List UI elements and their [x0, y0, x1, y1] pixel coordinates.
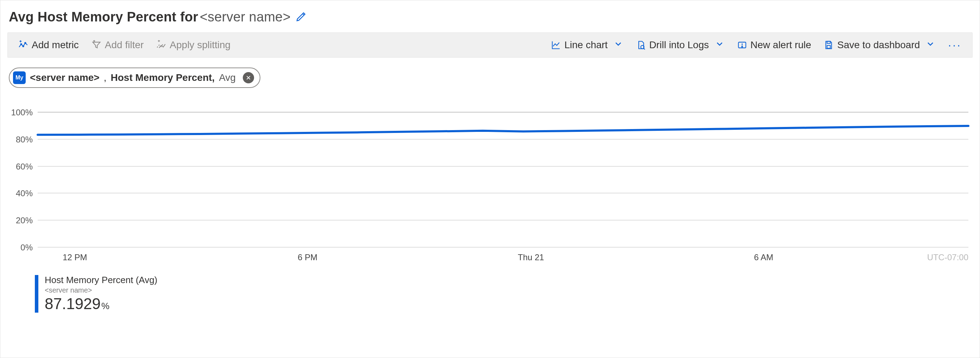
- legend-metric: Host Memory Percent (Avg): [45, 275, 157, 285]
- x-tick-label: 6 PM: [298, 252, 317, 262]
- svg-point-5: [741, 46, 743, 47]
- add-filter-label: Add filter: [105, 40, 144, 51]
- x-tick-label: Thu 21: [518, 252, 544, 262]
- svg-point-0: [21, 44, 22, 45]
- pencil-icon[interactable]: [296, 11, 307, 24]
- metric-pill-comma: ,: [104, 72, 107, 83]
- alert-icon: [737, 40, 747, 50]
- metric-pill-aggregation: Avg: [219, 72, 236, 83]
- new-alert-label: New alert rule: [751, 40, 811, 51]
- line-chart-icon: [551, 40, 561, 50]
- legend: Host Memory Percent (Avg) <server name> …: [35, 275, 973, 313]
- legend-color-bar: [35, 275, 38, 313]
- svg-rect-7: [827, 45, 830, 48]
- legend-body: Host Memory Percent (Avg) <server name> …: [45, 275, 157, 313]
- chart-title-prefix: Avg Host Memory Percent for: [9, 10, 198, 24]
- chart-title: Avg Host Memory Percent for <server name…: [9, 10, 291, 25]
- add-metric-label: Add metric: [32, 40, 79, 51]
- split-icon: [156, 40, 166, 50]
- save-to-dashboard-dropdown[interactable]: Save to dashboard: [818, 35, 942, 55]
- svg-point-2: [25, 43, 26, 44]
- svg-rect-6: [827, 41, 830, 44]
- svg-point-1: [22, 46, 24, 47]
- y-tick-label: 40%: [16, 189, 38, 198]
- timezone-label: UTC-07:00: [927, 252, 968, 262]
- chart-type-label: Line chart: [565, 40, 608, 51]
- y-tick-label: 0%: [21, 242, 38, 252]
- add-metric-icon: [18, 40, 28, 50]
- chart-type-dropdown[interactable]: Line chart: [545, 35, 630, 55]
- y-tick-label: 100%: [11, 108, 38, 117]
- new-alert-rule-button[interactable]: New alert rule: [731, 36, 818, 54]
- metric-pill-row: My <server name> , Host Memory Percent, …: [7, 58, 973, 91]
- chart-title-row: Avg Host Memory Percent for <server name…: [7, 7, 973, 32]
- apply-splitting-button[interactable]: Apply splitting: [150, 36, 237, 54]
- legend-value: 87.1929%: [45, 295, 157, 313]
- chevron-down-icon: [715, 39, 724, 51]
- save-dashboard-label: Save to dashboard: [837, 40, 920, 51]
- series-layer: [38, 112, 968, 247]
- drill-logs-label: Drill into Logs: [649, 40, 709, 51]
- metric-pill[interactable]: My <server name> , Host Memory Percent, …: [9, 68, 260, 88]
- legend-value-number: 87.1929: [45, 295, 101, 312]
- more-icon: ···: [948, 39, 962, 52]
- more-menu-button[interactable]: ···: [942, 35, 968, 55]
- chart-toolbar: Add metric Add filter Apply splitting: [7, 32, 973, 58]
- metric-pill-metric: Host Memory Percent,: [111, 72, 215, 83]
- apply-splitting-label: Apply splitting: [170, 40, 231, 51]
- logs-icon: [636, 40, 646, 50]
- chevron-down-icon: [613, 39, 623, 51]
- x-tick-label: 6 AM: [754, 252, 773, 262]
- y-tick-label: 60%: [16, 162, 38, 172]
- chart-title-server: <server name>: [200, 10, 291, 24]
- chevron-down-icon: [926, 39, 935, 51]
- y-tick-label: 20%: [16, 215, 38, 225]
- drill-logs-dropdown[interactable]: Drill into Logs: [630, 35, 731, 55]
- add-metric-button[interactable]: Add metric: [12, 36, 85, 54]
- save-icon: [824, 40, 834, 50]
- chart-plot[interactable]: 100%80%60%40%20%0%: [38, 112, 968, 247]
- x-tick-label: 12 PM: [63, 252, 87, 262]
- filter-icon: [91, 40, 101, 50]
- chart-area: 100%80%60%40%20%0% UTC-07:00 12 PM6 PMTh…: [12, 112, 968, 267]
- legend-value-unit: %: [101, 301, 110, 311]
- x-axis: UTC-07:00 12 PM6 PMThu 216 AM: [38, 247, 968, 267]
- y-tick-label: 80%: [16, 135, 38, 144]
- mysql-resource-icon: My: [13, 71, 26, 84]
- metric-pill-server: <server name>: [30, 72, 100, 83]
- legend-server: <server name>: [45, 286, 157, 295]
- remove-metric-button[interactable]: [243, 72, 254, 83]
- add-filter-button[interactable]: Add filter: [85, 36, 150, 54]
- chart-card: Avg Host Memory Percent for <server name…: [0, 0, 980, 358]
